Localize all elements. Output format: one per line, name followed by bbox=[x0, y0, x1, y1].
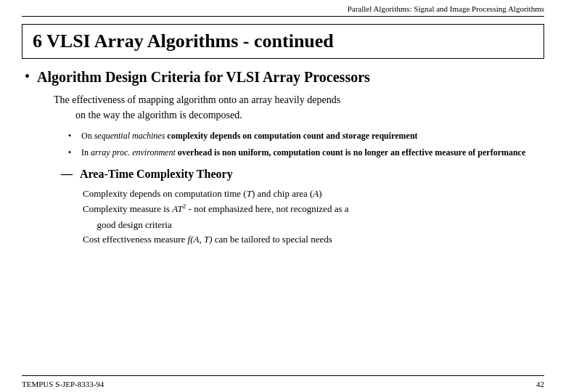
sub-bullet-1: • On sequential machines complexity depe… bbox=[68, 130, 541, 142]
bullet-dot-1: • bbox=[25, 69, 30, 83]
sub-bullet-dot-1: • bbox=[68, 131, 75, 142]
effectiveness-line2: on the way the algorithm is decomposed. bbox=[75, 110, 242, 121]
sub-bullet-2-text: In array proc. environment overhead is n… bbox=[81, 147, 525, 159]
header-text: Parallel Algorithms: Signal and Image Pr… bbox=[348, 4, 544, 13]
dash-item-1: — Area-Time Complexity Theory bbox=[61, 167, 541, 182]
page-footer: TEMPUS S-JEP-8333-94 42 bbox=[22, 375, 544, 392]
page-container: Parallel Algorithms: Signal and Image Pr… bbox=[0, 0, 566, 392]
sub-bullet-1-text: On sequential machines complexity depend… bbox=[81, 130, 418, 142]
sub-bullets: • On sequential machines complexity depe… bbox=[68, 130, 541, 160]
page-title: 6 VLSI Array Algorithms - continued bbox=[33, 30, 533, 52]
dash-1-label: Area-Time Complexity Theory bbox=[80, 167, 233, 182]
bullet-1: • Algorithm Design Criteria for VLSI Arr… bbox=[25, 68, 541, 86]
sub-bullet-2: • In array proc. environment overhead is… bbox=[68, 147, 541, 159]
dash-symbol: — bbox=[61, 168, 73, 181]
footer-right: 42 bbox=[536, 380, 544, 388]
complexity-line-3: Cost effectiveness measure f(A, T) can b… bbox=[83, 232, 541, 248]
effectiveness-text: The effectiveness of mapping algorithm o… bbox=[54, 92, 541, 123]
main-content: • Algorithm Design Criteria for VLSI Arr… bbox=[22, 68, 544, 375]
complexity-line-1: Complexity depends on computation time (… bbox=[83, 187, 541, 202]
footer-left: TEMPUS S-JEP-8333-94 bbox=[22, 380, 104, 388]
bullet-1-label: Algorithm Design Criteria for VLSI Array… bbox=[37, 68, 370, 86]
complexity-line-2: Complexity measure is AT2 - not emphasiz… bbox=[83, 201, 541, 232]
sub-bullet-dot-2: • bbox=[68, 147, 75, 158]
page-header: Parallel Algorithms: Signal and Image Pr… bbox=[22, 0, 544, 17]
effectiveness-block: The effectiveness of mapping algorithm o… bbox=[54, 92, 541, 248]
title-box: 6 VLSI Array Algorithms - continued bbox=[22, 24, 544, 59]
effectiveness-line1: The effectiveness of mapping algorithm o… bbox=[54, 94, 340, 105]
complexity-block: Complexity depends on computation time (… bbox=[83, 187, 541, 248]
